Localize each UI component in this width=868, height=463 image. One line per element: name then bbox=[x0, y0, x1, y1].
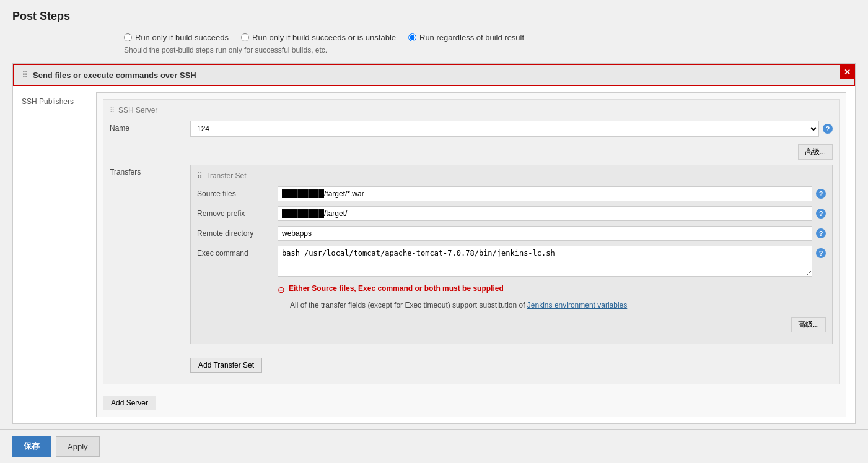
exec-command-textarea[interactable]: bash /usr/local/tomcat/apache-tomcat-7.0… bbox=[278, 246, 812, 277]
advanced-button-transfer[interactable]: 高级... bbox=[791, 317, 826, 332]
radio-run-regardless[interactable]: Run regardless of build result bbox=[408, 33, 524, 42]
radio-unstable-input[interactable] bbox=[241, 33, 249, 41]
ssh-server-dots-icon: ⠿ bbox=[110, 106, 115, 115]
source-files-help-icon[interactable]: ? bbox=[816, 189, 826, 199]
name-row: Name 124 ? bbox=[110, 121, 833, 137]
delete-section-button[interactable]: ✕ bbox=[840, 65, 854, 79]
section-title: Send files or execute commands over SSH bbox=[33, 71, 196, 80]
remote-directory-row: Remote directory ? bbox=[197, 226, 826, 241]
remove-prefix-help-icon[interactable]: ? bbox=[816, 209, 826, 219]
add-server-wrapper: Add Server bbox=[103, 391, 840, 410]
apply-button[interactable]: Apply bbox=[56, 436, 100, 457]
radio-success-label: Run only if build succeeds bbox=[135, 33, 229, 42]
radio-regardless-label: Run regardless of build result bbox=[419, 33, 524, 42]
transfers-row: Transfers ⠿ Transfer Set bbox=[110, 165, 833, 373]
adv-row-transfer: 高级... bbox=[197, 314, 826, 332]
radio-success-input[interactable] bbox=[124, 33, 132, 41]
radio-regardless-input[interactable] bbox=[408, 33, 416, 41]
remote-directory-control: ? bbox=[278, 226, 826, 241]
radio-unstable-label: Run only if build succeeds or is unstabl… bbox=[252, 33, 396, 42]
remove-prefix-input[interactable] bbox=[278, 206, 812, 221]
radio-group: Run only if build succeeds Run only if b… bbox=[124, 33, 856, 42]
add-transfer-set-wrapper: Add Transfer Set bbox=[190, 353, 833, 373]
drag-handle-icon: ⠿ bbox=[22, 70, 28, 80]
radio-run-success[interactable]: Run only if build succeeds bbox=[124, 33, 229, 42]
name-help-icon[interactable]: ? bbox=[823, 124, 833, 134]
transfer-set-dots-icon: ⠿ bbox=[197, 171, 203, 180]
add-transfer-set-button[interactable]: Add Transfer Set bbox=[190, 358, 262, 373]
name-select[interactable]: 124 bbox=[190, 121, 819, 137]
source-files-row: Source files ? bbox=[197, 186, 826, 201]
bottom-bar: 保存 Apply bbox=[0, 429, 868, 463]
ssh-publisher-content: ⠿ SSH Server Name 124 ? bbox=[96, 92, 846, 417]
ssh-server-block: ⠿ SSH Server Name 124 ? bbox=[103, 99, 840, 384]
exec-command-label: Exec command bbox=[197, 246, 278, 257]
ssh-publishers-label: SSH Publishers bbox=[22, 92, 96, 417]
advanced-button-top[interactable]: 高级... bbox=[798, 144, 833, 160]
name-label: Name bbox=[110, 121, 190, 132]
exec-command-control: bash /usr/local/tomcat/apache-tomcat-7.0… bbox=[278, 246, 826, 309]
exec-command-help-icon[interactable]: ? bbox=[816, 248, 826, 258]
radio-hint: Should the post-build steps run only for… bbox=[124, 46, 856, 54]
transfer-set-block: ⠿ Transfer Set Source files ? bbox=[190, 165, 833, 344]
source-files-control: ? bbox=[278, 186, 826, 201]
ssh-server-label: SSH Server bbox=[118, 106, 157, 115]
transfers-label: Transfers bbox=[110, 165, 190, 176]
remove-prefix-row: Remove prefix ? bbox=[197, 206, 826, 221]
send-ssh-section: ⠿ Send files or execute commands over SS… bbox=[12, 63, 856, 424]
error-text: Either Source files, Exec command or bot… bbox=[289, 284, 504, 293]
adv-row-top: 高级... bbox=[110, 142, 833, 160]
exec-command-row: Exec command bash /usr/local/tomcat/apac… bbox=[197, 246, 826, 309]
save-button[interactable]: 保存 bbox=[12, 436, 51, 457]
info-message: All of the transfer fields (except for E… bbox=[290, 301, 527, 309]
name-control: 124 ? bbox=[190, 121, 833, 137]
remove-prefix-label: Remove prefix bbox=[197, 206, 278, 218]
page-title: Post Steps bbox=[12, 10, 856, 23]
source-files-input[interactable] bbox=[278, 186, 812, 201]
error-icon: ⊖ bbox=[278, 285, 285, 295]
section-body: SSH Publishers ⠿ SSH Server Name bbox=[13, 86, 855, 423]
transfer-set-header: ⠿ Transfer Set bbox=[197, 171, 826, 180]
jenkins-env-vars-link[interactable]: Jenkins environment variables bbox=[527, 301, 627, 309]
add-server-button[interactable]: Add Server bbox=[103, 396, 156, 410]
remote-directory-help-icon[interactable]: ? bbox=[816, 228, 826, 238]
ssh-publishers-layout: SSH Publishers ⠿ SSH Server Name bbox=[22, 92, 846, 417]
source-files-label: Source files bbox=[197, 186, 278, 198]
remote-directory-input[interactable] bbox=[278, 226, 812, 241]
info-text: All of the transfer fields (except for E… bbox=[290, 301, 826, 309]
radio-run-unstable[interactable]: Run only if build succeeds or is unstabl… bbox=[241, 33, 396, 42]
section-header: ⠿ Send files or execute commands over SS… bbox=[13, 64, 855, 86]
error-row: ⊖ Either Source files, Exec command or b… bbox=[278, 284, 826, 295]
transfer-set-label: Transfer Set bbox=[206, 171, 247, 180]
page-wrapper: Post Steps Run only if build succeeds Ru… bbox=[0, 0, 868, 463]
remote-directory-label: Remote directory bbox=[197, 226, 278, 238]
transfers-content: ⠿ Transfer Set Source files ? bbox=[190, 165, 833, 373]
ssh-server-header: ⠿ SSH Server bbox=[110, 106, 833, 115]
remove-prefix-control: ? bbox=[278, 206, 826, 221]
